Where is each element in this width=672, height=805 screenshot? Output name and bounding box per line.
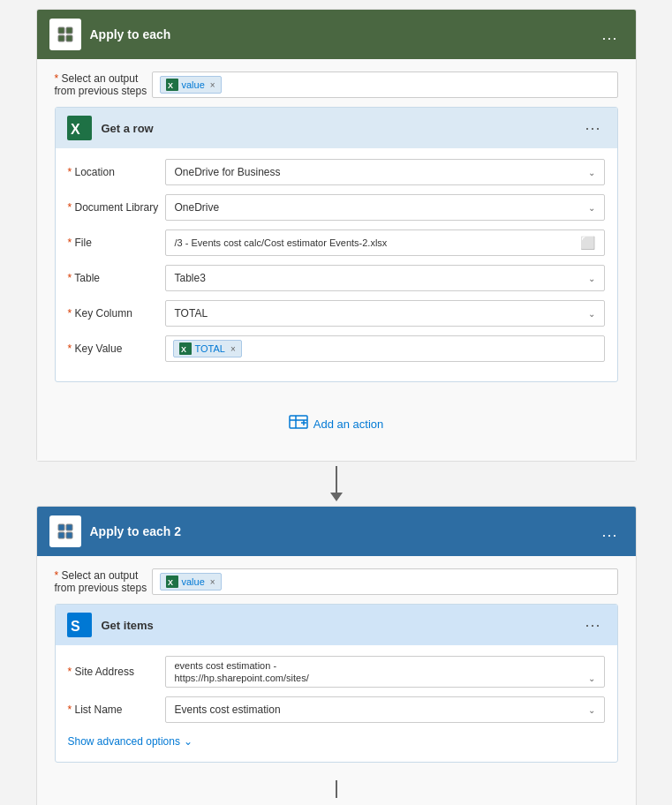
arrow-connector [330,462,343,506]
location-value: OneDrive for Business [175,166,281,178]
svg-rect-2 [58,35,64,41]
location-select[interactable]: OneDrive for Business ⌄ [165,159,605,185]
value-token-close-1[interactable]: × [210,80,215,90]
get-items-card: S Get items ··· * Site Address events co… [55,604,618,763]
table-value: Table3 [175,272,206,284]
excel-icon-small: X [166,79,178,91]
list-name-select[interactable]: Events cost estimation ⌄ [165,696,605,723]
add-action-container: Add an action [55,391,618,448]
add-action-icon [289,412,308,436]
apply-to-each-1-body: * Select an outputfrom previous steps X … [37,59,636,461]
excel-icon-small-2: X [166,576,178,588]
list-name-label: * List Name [68,703,165,716]
list-name-value: Events cost estimation [175,703,281,716]
svg-rect-0 [58,27,64,34]
key-column-row: * Key Column TOTAL ⌄ [68,300,605,327]
doc-library-chevron: ⌄ [588,203,595,213]
file-label: * File [68,237,165,249]
select-output-field-1[interactable]: X value × [152,71,618,98]
arrow-head [330,493,343,501]
site-address-label: * Site Address [68,666,165,678]
doc-library-select[interactable]: OneDrive ⌄ [165,194,605,221]
get-items-more-options[interactable]: ··· [579,614,606,636]
site-address-chevron: ⌄ [588,673,595,683]
doc-library-row: * Document Library OneDrive ⌄ [68,194,605,221]
required-star: * [55,72,62,85]
select-output-row-1: * Select an outputfrom previous steps X … [55,71,618,98]
svg-text:X: X [168,578,173,587]
get-items-header: S Get items ··· [56,605,617,645]
site-address-line2: https://hp.sharepoint.com/sites/ [175,673,309,683]
get-a-row-icon-container: X [66,115,93,141]
key-column-value: TOTAL [175,307,208,320]
bottom-arrow-area [55,771,618,801]
svg-rect-1 [66,27,72,34]
key-value-row: * Key Value X TOTAL [68,335,605,362]
list-name-chevron: ⌄ [588,705,595,715]
svg-text:X: X [181,345,186,354]
doc-library-label: * Document Library [68,201,165,214]
key-value-token-text: TOTAL [195,343,225,354]
file-row: * File /3 - Events cost calc/Cost estima… [68,229,605,256]
apply-to-each-2-more-options[interactable]: ... [596,521,623,543]
select-output-field-2[interactable]: X value × [152,568,618,595]
apply-to-each-2-body: * Select an outputfrom previous steps X … [37,556,636,805]
excel-key-icon: X [179,342,192,355]
table-label: * Table [68,272,165,284]
get-items-icon-container: S [66,612,93,638]
apply-to-each-1-header: Apply to each ... [37,10,636,59]
apply-to-each-2-header-icon [49,515,81,547]
apply-to-each-1-more-options[interactable]: ... [596,24,623,46]
excel-icon-large: X [67,116,92,140]
location-row: * Location OneDrive for Business ⌄ [68,159,605,185]
key-column-chevron: ⌄ [588,309,595,319]
value-token-1: X value × [160,76,222,94]
file-input[interactable]: /3 - Events cost calc/Cost estimator Eve… [165,229,605,256]
svg-rect-15 [58,524,64,530]
loop-icon [57,26,74,43]
show-advanced-label: Show advanced options [68,735,180,748]
get-a-row-title: Get a row [102,122,580,135]
value-token-text-2: value [182,576,205,587]
site-address-row: * Site Address events cost estimation - … [68,656,605,688]
location-chevron: ⌄ [588,168,595,177]
file-value: /3 - Events cost calc/Cost estimator Eve… [175,237,388,248]
value-token-text-1: value [182,79,205,90]
excel-token-icon-2: X [166,576,178,588]
add-action-label: Add an action [313,418,384,431]
table-row: * Table Table3 ⌄ [68,265,605,291]
excel-icon-key: X [179,342,192,355]
site-address-line1: events cost estimation - [175,660,277,671]
value-token-close-2[interactable]: × [210,577,215,587]
get-a-row-body: * Location OneDrive for Business ⌄ * Doc… [56,148,617,381]
list-name-row: * List Name Events cost estimation ⌄ [68,696,605,723]
add-action-button[interactable]: Add an action [282,409,391,440]
table-chevron: ⌄ [588,274,595,283]
key-value-field[interactable]: X TOTAL × [165,335,605,362]
show-advanced-options-btn[interactable]: Show advanced options ⌄ [68,732,193,751]
key-value-token-close[interactable]: × [230,344,236,354]
sharepoint-icon-large: S [67,613,92,637]
add-action-svg [289,412,308,432]
select-output-row-2: * Select an outputfrom previous steps X … [55,568,618,595]
key-column-select[interactable]: TOTAL ⌄ [165,300,605,327]
apply-to-each-2-header: Apply to each 2 ... [37,507,636,556]
file-browse-icon[interactable]: ⬜ [580,236,595,250]
loop-icon-2 [57,523,74,540]
apply-to-each-1-card: Apply to each ... * Select an outputfrom… [36,9,637,462]
get-a-row-card: X Get a row ··· * Location OneDrive for … [55,107,618,382]
svg-rect-16 [66,524,72,530]
svg-text:S: S [71,619,80,634]
table-select[interactable]: Table3 ⌄ [165,265,605,291]
key-value-label: * Key Value [68,342,165,355]
apply-to-each-1-header-icon [49,19,81,50]
arrow-shaft [336,466,337,493]
show-advanced-chevron: ⌄ [184,735,193,748]
key-column-label: * Key Column [68,307,165,320]
svg-rect-3 [66,35,72,41]
get-items-title: Get items [102,619,580,632]
site-address-select[interactable]: events cost estimation - https://hp.shar… [165,656,605,688]
get-a-row-header: X Get a row ··· [56,108,617,148]
select-output-label-1: * Select an outputfrom previous steps [55,72,152,97]
get-a-row-more-options[interactable]: ··· [579,117,606,139]
